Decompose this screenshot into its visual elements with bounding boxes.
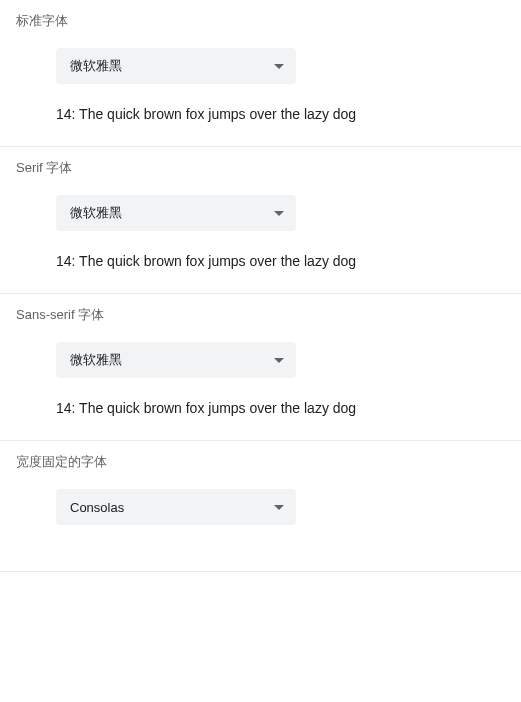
section-label: Serif 字体 [0,159,521,177]
chevron-down-icon [274,211,284,216]
font-preview: 14: The quick brown fox jumps over the l… [0,106,521,122]
font-section-standard: 标准字体 微软雅黑 14: The quick brown fox jumps … [0,0,521,147]
chevron-down-icon [274,505,284,510]
section-label: 标准字体 [0,12,521,30]
dropdown-value: 微软雅黑 [70,204,122,222]
font-section-fixed-width: 宽度固定的字体 Consolas [0,441,521,572]
font-dropdown-fixed-width[interactable]: Consolas [56,489,296,525]
dropdown-wrap: 微软雅黑 [0,342,521,378]
dropdown-wrap: 微软雅黑 [0,48,521,84]
font-section-sans-serif: Sans-serif 字体 微软雅黑 14: The quick brown f… [0,294,521,441]
font-dropdown-serif[interactable]: 微软雅黑 [56,195,296,231]
dropdown-wrap: 微软雅黑 [0,195,521,231]
dropdown-value: Consolas [70,500,124,515]
section-label: Sans-serif 字体 [0,306,521,324]
dropdown-value: 微软雅黑 [70,57,122,75]
font-preview: 14: The quick brown fox jumps over the l… [0,400,521,416]
font-preview: 14: The quick brown fox jumps over the l… [0,253,521,269]
font-dropdown-sans-serif[interactable]: 微软雅黑 [56,342,296,378]
chevron-down-icon [274,64,284,69]
font-dropdown-standard[interactable]: 微软雅黑 [56,48,296,84]
chevron-down-icon [274,358,284,363]
font-section-serif: Serif 字体 微软雅黑 14: The quick brown fox ju… [0,147,521,294]
dropdown-value: 微软雅黑 [70,351,122,369]
dropdown-wrap: Consolas [0,489,521,525]
section-label: 宽度固定的字体 [0,453,521,471]
